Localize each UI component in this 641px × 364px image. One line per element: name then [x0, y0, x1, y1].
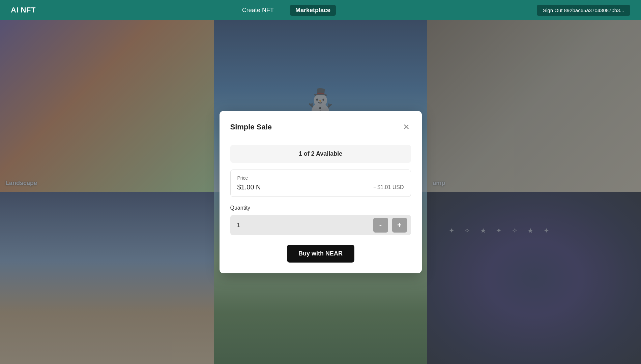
price-near-value: $1.00 N — [237, 183, 261, 191]
signout-button[interactable]: Sign Out 892bac65a370430870b3... — [537, 5, 630, 16]
increment-button[interactable]: + — [392, 218, 407, 233]
modal-header: Simple Sale ✕ — [230, 122, 411, 138]
navbar: AI NFT Create NFT Marketplace Sign Out 8… — [0, 0, 641, 20]
nav-marketplace[interactable]: Marketplace — [290, 5, 336, 16]
modal-close-button[interactable]: ✕ — [402, 122, 411, 132]
nav-create-nft[interactable]: Create NFT — [237, 5, 279, 16]
brand-logo: AI NFT — [11, 6, 36, 14]
quantity-section: Quantity 1 - + — [230, 205, 411, 235]
price-row: $1.00 N ~ $1.01 USD — [237, 183, 404, 191]
buy-with-near-button[interactable]: Buy with NEAR — [287, 245, 354, 263]
quantity-value: 1 — [234, 220, 369, 231]
quantity-control: 1 - + — [230, 215, 411, 235]
price-label: Price — [237, 175, 404, 181]
modal-overlay: Simple Sale ✕ 1 of 2 Available Price $1.… — [0, 20, 641, 364]
simple-sale-modal: Simple Sale ✕ 1 of 2 Available Price $1.… — [220, 111, 422, 273]
availability-banner: 1 of 2 Available — [230, 145, 411, 163]
decrement-button[interactable]: - — [373, 218, 388, 233]
modal-title: Simple Sale — [230, 123, 272, 131]
nav-links: Create NFT Marketplace — [237, 5, 336, 16]
price-section: Price $1.00 N ~ $1.01 USD — [230, 170, 411, 197]
quantity-label: Quantity — [230, 205, 411, 211]
price-usd-value: ~ $1.01 USD — [373, 184, 404, 190]
